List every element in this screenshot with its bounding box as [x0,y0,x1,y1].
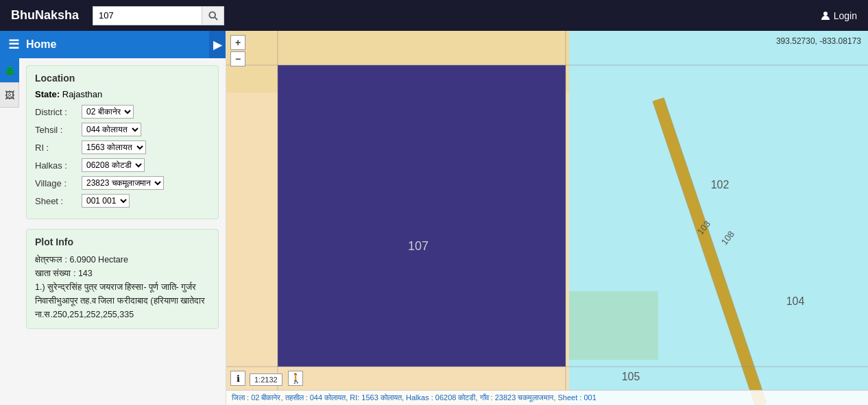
halkas-label: Halkas : [35,160,82,171]
search-button[interactable] [202,6,224,25]
plot-info-title: Plot Info [35,236,210,247]
halkas-row: Halkas : 06208 कोटडी [35,158,210,172]
svg-text:107: 107 [408,239,429,253]
svg-text:104: 104 [786,295,805,307]
zoom-in-button[interactable]: + [230,35,245,50]
plot-info-section: Plot Info क्षेत्रफल : 6.0900 Hectare खात… [26,229,219,329]
sheet-select[interactable]: 001 001 [82,194,130,208]
state-line: State: Rajasthan [35,89,210,99]
map-scale: 1:2132 [250,373,282,386]
status-text: जिला : 02 बीकानेर, तहसील : 044 कोलायत, R… [232,393,596,402]
tree-layer-button[interactable]: 🌲 [0,58,19,83]
village-label: Village : [35,178,82,188]
search-input[interactable] [93,6,202,25]
login-label: Login [834,10,857,21]
district-row: District : 02 बीकानेर [35,105,210,119]
ri-label: RI : [35,143,82,153]
search-icon [208,11,218,21]
status-bar: जिला : 02 बीकानेर, तहसील : 044 कोलायत, R… [226,390,868,405]
zoom-out-button[interactable]: − [230,51,245,66]
svg-point-2 [823,12,828,16]
main-layout: ☰ Home ▶ 🌲 🖼 Location State: Rajasthan D… [0,31,868,405]
tehsil-label: Tehsil : [35,125,82,135]
info-button[interactable]: ℹ [230,371,245,386]
sheet-row: Sheet : 001 001 [35,194,210,208]
sidebar-home-label: Home [26,38,56,51]
sidebar-header: ☰ Home ▶ [0,31,226,58]
login-button[interactable]: Login [820,10,857,21]
plot-info-content: क्षेत्रफल : 6.0900 Hectare खाता संख्या :… [35,253,210,321]
village-row: Village : 23823 चकमूलाजमान [35,176,210,190]
tehsil-row: Tehsil : 044 कोलायत [35,123,210,136]
plot-area: क्षेत्रफल : 6.0900 Hectare [35,253,210,267]
svg-rect-9 [569,291,658,360]
halkas-select[interactable]: 06208 कोटडी [82,158,145,172]
menu-icon[interactable]: ☰ [8,37,19,52]
ri-row: RI : 1563 कोलायत [35,140,210,154]
tehsil-select[interactable]: 044 कोलायत [82,123,141,136]
map-controls: + − [230,35,245,68]
svg-rect-5 [278,65,566,367]
map-svg: 107 102 104 105 103 108 [226,31,868,405]
location-title: Location [35,73,210,84]
brand-logo: BhuNaksha [11,8,79,23]
svg-line-1 [215,17,217,20]
sidebar-content: Location State: Rajasthan District : 02 … [19,58,226,336]
state-value: Rajasthan [62,89,103,99]
map-area[interactable]: 393.52730, -833.08173 + − 107 102 [226,31,868,405]
district-label: District : [35,107,82,117]
plot-account: खाता संख्या : 143 [35,267,210,280]
pegman-button[interactable]: 🚶 [288,371,303,386]
collapse-sidebar-button[interactable]: ▶ [209,31,226,58]
sidebar-icon-panel: 🌲 🖼 [0,58,19,108]
search-container [93,6,224,25]
village-select[interactable]: 23823 चकमूलाजमान [82,176,164,190]
plot-owner: 1.) सुरेन्द्रसिंह पुत्र जयराज हिस्सा- पू… [35,280,210,308]
svg-text:105: 105 [622,371,640,382]
plot-survey: ना.स.250,251,252,255,335 [35,308,210,321]
svg-point-0 [209,12,215,18]
image-layer-button[interactable]: 🖼 [0,83,19,108]
coordinates-display: 393.52730, -833.08173 [776,36,861,46]
district-select[interactable]: 02 बीकानेर [82,105,134,119]
state-label: State: [35,89,60,99]
svg-text:102: 102 [711,179,730,191]
navbar: BhuNaksha Login [0,0,868,31]
sidebar: ☰ Home ▶ 🌲 🖼 Location State: Rajasthan D… [0,31,226,405]
location-section: Location State: Rajasthan District : 02 … [26,65,219,219]
sheet-label: Sheet : [35,196,82,206]
ri-select[interactable]: 1563 कोलायत [82,140,146,154]
user-icon [820,10,831,21]
